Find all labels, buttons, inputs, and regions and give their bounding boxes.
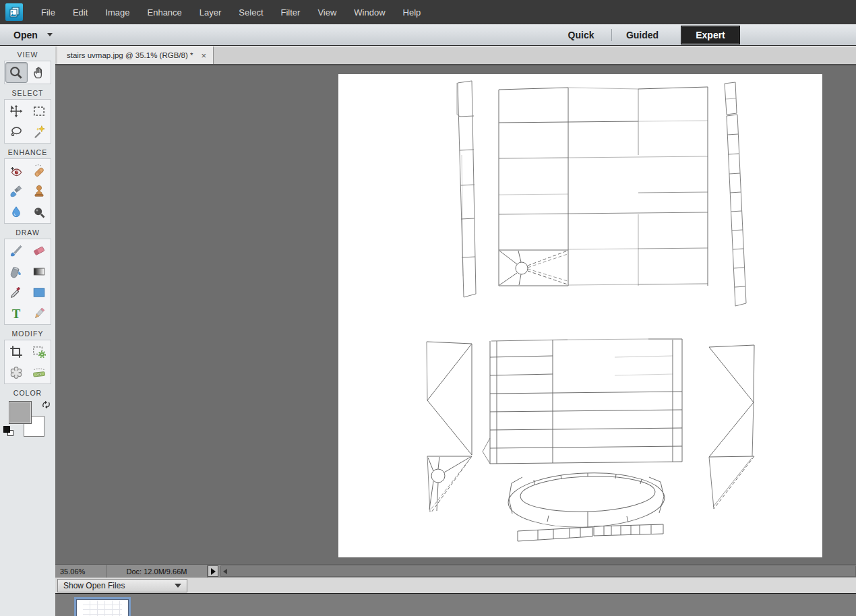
open-button[interactable]: Open [13,30,53,40]
tab-quick[interactable]: Quick [551,30,611,40]
foreground-color-swatch[interactable] [9,401,32,424]
document-tab[interactable]: stairs uvmap.jpg @ 35.1% (RGB/8) * × [57,47,214,64]
bandage-icon [32,163,47,178]
shape-tool-button[interactable] [28,282,51,303]
menu-help[interactable]: Help [394,7,430,18]
paint-bucket-tool-button[interactable] [5,261,28,282]
uvmap-drawing [338,74,822,557]
brush-tool-button[interactable] [5,240,28,261]
clone-stamp-icon [32,184,47,199]
show-open-files-dropdown[interactable]: Show Open Files [57,579,187,592]
type-tool-button[interactable]: T [5,303,28,324]
crop-icon [9,344,24,359]
open-file-thumbnail[interactable] [74,597,131,616]
options-bar: Open Quick Guided Expert [0,24,856,46]
gradient-icon [32,264,47,279]
rectangular-marquee-tool-button[interactable] [28,100,51,121]
menu-enhance[interactable]: Enhance [139,7,191,18]
menu-filter[interactable]: Filter [272,7,309,18]
hand-icon [32,65,47,80]
menu-image[interactable]: Image [96,7,138,18]
photo-bin-header: Show Open Files [55,578,856,594]
status-bar: 35.06% Doc: 12.0M/9.66M [55,564,856,578]
lasso-icon [9,125,24,140]
red-eye-icon [9,163,24,178]
lasso-tool-button[interactable] [5,121,28,142]
pencil-icon [32,306,47,321]
status-options-button[interactable] [208,565,218,577]
section-label-color: COLOR [0,389,55,397]
section-label-view: VIEW [0,51,55,59]
marquee-icon [32,104,47,119]
crop-tool-button[interactable] [5,341,28,362]
blur-tool-button[interactable] [5,202,28,222]
tab-guided[interactable]: Guided [612,30,673,40]
close-icon[interactable]: × [201,51,206,60]
horizontal-scrollbar[interactable] [220,565,856,577]
document-tab-bar: stairs uvmap.jpg @ 35.1% (RGB/8) * × [55,46,856,65]
document-image[interactable] [338,74,822,557]
magic-wand-tool-button[interactable] [28,121,51,142]
section-label-select: SELECT [0,89,55,97]
photoshop-elements-logo-icon [5,3,23,21]
magic-wand-icon [32,125,47,140]
clone-stamp-tool-button[interactable] [28,181,51,202]
straighten-level-icon [32,365,47,380]
cookie-cutter-tool-button[interactable] [5,362,28,383]
hand-tool-button[interactable] [28,62,51,83]
tool-panel: VIEW SELECT [0,46,55,616]
color-picker-widget [4,399,51,442]
move-icon [9,104,24,119]
eraser-icon [32,243,47,258]
menu-window[interactable]: Window [345,7,394,18]
canvas-area[interactable] [55,65,856,564]
tool-group-select [4,99,51,144]
mode-tabs: Quick Guided Expert [551,24,740,45]
blur-drop-icon [9,205,24,220]
cookie-cutter-icon [9,365,24,380]
straighten-tool-button[interactable] [28,362,51,383]
swap-colors-icon[interactable] [41,400,51,410]
chevron-down-icon[interactable] [47,33,53,36]
menu-select[interactable]: Select [230,7,272,18]
eraser-tool-button[interactable] [28,240,51,261]
type-icon: T [9,306,24,321]
move-tool-button[interactable] [5,100,28,121]
red-eye-removal-tool-button[interactable] [5,160,28,181]
paint-bucket-icon [9,264,24,279]
gradient-tool-button[interactable] [28,261,51,282]
tool-group-view [4,61,51,84]
zoom-tool-button[interactable] [5,62,28,83]
pencil-tool-button[interactable] [28,303,51,324]
svg-text:T: T [12,306,21,320]
menu-view[interactable]: View [309,7,345,18]
dropdown-arrow-icon [175,584,181,588]
recompose-tool-button[interactable] [28,341,51,362]
default-foreground-mini-swatch [3,426,10,433]
menu-edit[interactable]: Edit [64,7,96,18]
spot-healing-brush-tool-button[interactable] [28,160,51,181]
zoom-level-field[interactable]: 35.06% [55,565,106,578]
scroll-left-arrow-icon[interactable] [223,569,227,574]
photo-bin [55,594,856,616]
menu-bar: File Edit Image Enhance Layer Select Fil… [0,0,856,24]
eyedropper-icon [9,285,24,300]
sharpen-tool-button[interactable] [28,202,51,222]
section-label-enhance: ENHANCE [0,148,55,156]
document-tab-title: stairs uvmap.jpg @ 35.1% (RGB/8) * [67,51,193,59]
eyedropper-tool-button[interactable] [5,282,28,303]
section-label-modify: MODIFY [0,330,55,338]
menu-layer[interactable]: Layer [191,7,231,18]
document-size-field[interactable]: Doc: 12.0M/9.66M [106,565,208,578]
smart-brush-icon [9,184,24,199]
tab-expert[interactable]: Expert [681,26,740,44]
sharpen-icon [32,205,47,220]
default-colors-icon[interactable] [3,426,14,437]
magnifier-icon [9,65,24,80]
tool-group-modify [4,340,51,384]
recompose-icon [32,344,47,359]
smart-brush-tool-button[interactable] [5,181,28,202]
menu-file[interactable]: File [32,7,64,18]
show-open-files-label: Show Open Files [63,581,125,590]
open-button-label: Open [13,30,38,40]
